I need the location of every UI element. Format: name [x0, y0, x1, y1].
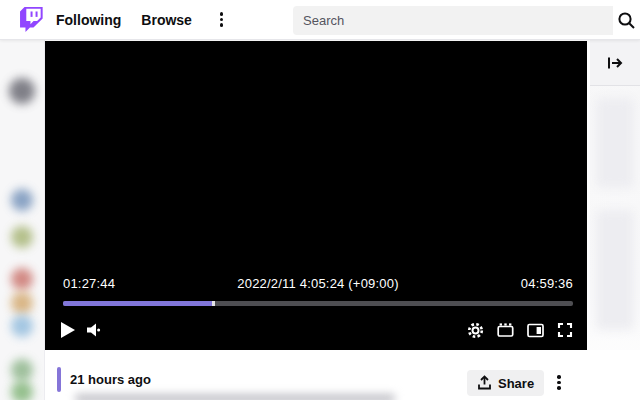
settings-button[interactable]: [467, 322, 484, 339]
blurred-channel-avatar: [9, 78, 35, 104]
theatre-mode-icon: [527, 323, 544, 338]
collapsed-channel-sidebar[interactable]: [0, 40, 45, 400]
twitch-logo-icon[interactable]: [20, 7, 43, 32]
player-controls-right: [467, 322, 573, 339]
search-input[interactable]: [293, 6, 613, 35]
blurred-channel-avatar: [11, 189, 33, 211]
search-icon: [617, 11, 636, 30]
expand-panel-icon: [606, 55, 624, 71]
blurred-channel-avatar: [11, 226, 33, 248]
share-button-label: Share: [498, 376, 534, 391]
blurred-chat-content: [596, 210, 634, 330]
timestamp-accent-bar: [57, 367, 61, 392]
video-player[interactable]: 01:27:44 2022/2/11 4:05:24 (+09:00) 04:5…: [45, 41, 587, 350]
search-button[interactable]: [613, 6, 640, 35]
gear-icon: [467, 322, 484, 339]
play-icon: [61, 322, 75, 338]
blurred-channel-avatar: [11, 268, 33, 290]
seek-bar[interactable]: [63, 301, 573, 306]
collapsed-chat-panel: [590, 40, 640, 400]
share-button[interactable]: Share: [467, 370, 544, 396]
top-navbar: Following Browse: [0, 0, 640, 40]
player-controls: [61, 320, 573, 340]
nav-link-browse[interactable]: Browse: [141, 12, 192, 28]
blurred-video-title: [75, 394, 395, 400]
seek-bar-playhead[interactable]: [212, 301, 215, 306]
video-options-menu-icon[interactable]: [551, 371, 567, 394]
player-time-row: 01:27:44 2022/2/11 4:05:24 (+09:00) 04:5…: [63, 276, 573, 292]
fullscreen-icon: [557, 322, 573, 338]
total-duration: 04:59:36: [521, 276, 573, 291]
video-info-section: 21 hours ago Share: [45, 350, 640, 400]
video-posted-ago: 21 hours ago: [70, 372, 151, 387]
volume-button[interactable]: [86, 322, 102, 338]
elapsed-time: 01:27:44: [63, 276, 115, 291]
fullscreen-button[interactable]: [557, 322, 573, 338]
blurred-channel-avatar: [11, 359, 33, 381]
blurred-chat-content: [596, 98, 634, 188]
stream-datetime: 2022/2/11 4:05:24 (+09:00): [237, 276, 398, 291]
seek-bar-progress: [63, 301, 212, 306]
play-button[interactable]: [61, 322, 75, 338]
share-upload-icon: [477, 375, 492, 391]
search-bar: [293, 6, 640, 35]
navbar-more-menu-icon[interactable]: [214, 8, 230, 31]
blurred-channel-avatar: [11, 315, 33, 337]
blurred-channel-avatar: [11, 381, 33, 400]
volume-icon: [86, 322, 102, 338]
blurred-channel-avatar: [11, 292, 33, 314]
clip-button[interactable]: [497, 322, 514, 338]
nav-link-following[interactable]: Following: [56, 12, 121, 28]
clapperboard-icon: [497, 322, 514, 338]
theatre-mode-button[interactable]: [527, 323, 544, 338]
expand-chat-button[interactable]: [590, 40, 640, 86]
